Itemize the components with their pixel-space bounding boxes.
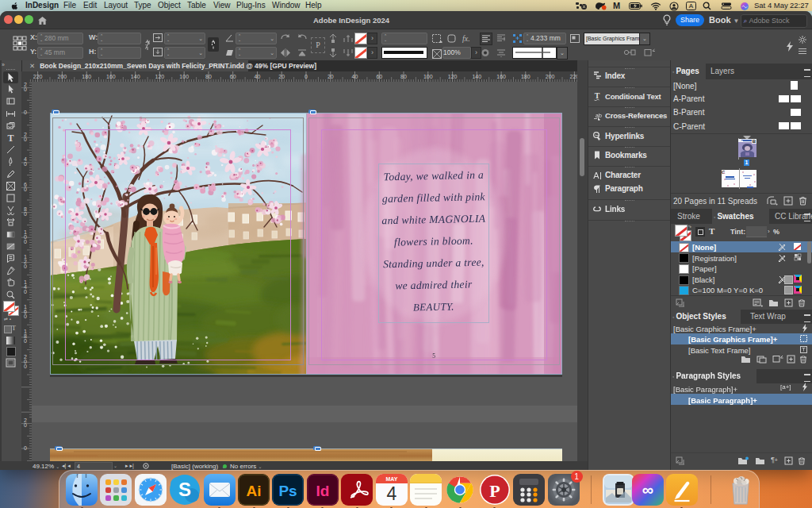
svg-text:abc: abc — [596, 113, 602, 118]
svg-text:180: 180 — [82, 74, 91, 79]
svg-text:Id: Id — [316, 483, 329, 499]
svg-text:20: 20 — [327, 74, 334, 79]
svg-text:A: A — [593, 171, 599, 180]
svg-text:0: 0 — [24, 445, 27, 451]
svg-text:0: 0 — [24, 364, 27, 369]
svg-text:T: T — [7, 133, 13, 143]
svg-text:80: 80 — [400, 74, 407, 79]
svg-text:0: 0 — [24, 338, 27, 344]
svg-text:4: 4 — [386, 483, 396, 504]
svg-text:160: 160 — [496, 74, 506, 79]
svg-text:garden filled with pink: garden filled with pink — [382, 190, 486, 205]
svg-text:0: 0 — [24, 289, 27, 294]
svg-text:0: 0 — [24, 137, 27, 142]
svg-text:100: 100 — [179, 74, 189, 79]
svg-text:20: 20 — [278, 74, 285, 79]
svg-text:0: 0 — [24, 110, 27, 115]
svg-text:200: 200 — [58, 74, 67, 79]
svg-text:Ps: Ps — [279, 483, 297, 499]
svg-text:0: 0 — [24, 161, 27, 167]
svg-text:0: 0 — [304, 74, 308, 79]
svg-text:220: 220 — [33, 74, 43, 79]
svg-text:180: 180 — [521, 74, 530, 79]
svg-text:80: 80 — [205, 74, 212, 79]
svg-text:120: 120 — [155, 74, 165, 79]
svg-text:BEAUTY.: BEAUTY. — [413, 300, 454, 313]
svg-text:100: 100 — [423, 74, 433, 79]
svg-text:Standing under a tree,: Standing under a tree, — [383, 256, 485, 271]
svg-text:MAY: MAY — [385, 476, 397, 482]
svg-text:we admired their: we admired their — [395, 278, 473, 291]
svg-text:0: 0 — [24, 422, 27, 428]
svg-text:0: 0 — [24, 211, 27, 217]
svg-text:0: 0 — [24, 239, 27, 244]
svg-text:200: 200 — [546, 74, 555, 79]
svg-text:and white MAGNOLIA: and white MAGNOLIA — [381, 213, 485, 227]
svg-text:40: 40 — [352, 74, 358, 79]
svg-text:120: 120 — [448, 74, 458, 79]
svg-text:S: S — [178, 479, 191, 500]
svg-text:0: 0 — [24, 264, 27, 269]
svg-text:0: 0 — [24, 87, 27, 92]
svg-text:140: 140 — [472, 74, 481, 79]
svg-text:Ai: Ai — [247, 483, 262, 499]
svg-text:160: 160 — [106, 74, 116, 79]
svg-text:60: 60 — [376, 74, 382, 79]
svg-text:flowers in bloom.: flowers in bloom. — [394, 234, 473, 248]
svg-text:0: 0 — [24, 187, 27, 192]
svg-text:Today, we walked in a: Today, we walked in a — [384, 169, 485, 183]
svg-text:T: T — [595, 91, 600, 100]
svg-text:P: P — [489, 481, 500, 501]
svg-text:140: 140 — [131, 74, 140, 79]
svg-text:0: 0 — [24, 314, 27, 319]
svg-text:40: 40 — [255, 74, 261, 79]
svg-text:5: 5 — [432, 352, 435, 360]
svg-text:A: A — [689, 2, 694, 10]
svg-text:60: 60 — [230, 74, 236, 79]
svg-text:∞: ∞ — [642, 481, 653, 498]
